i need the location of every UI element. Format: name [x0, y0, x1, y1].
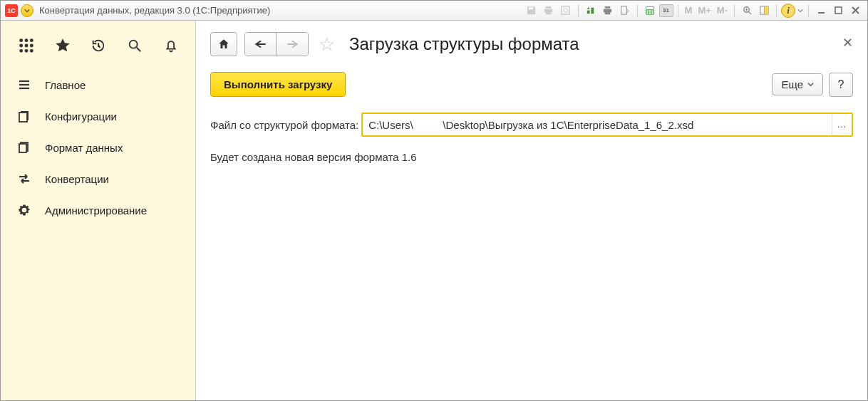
- browse-button[interactable]: ...: [832, 114, 852, 135]
- svg-rect-10: [651, 12, 653, 14]
- favorites-star-icon[interactable]: [53, 35, 73, 56]
- gear-icon: [16, 202, 32, 218]
- compare-icon[interactable]: [583, 3, 599, 19]
- home-button[interactable]: [210, 32, 237, 56]
- memory-mminus-button[interactable]: M-: [715, 3, 730, 19]
- nav-label: Главное: [45, 79, 86, 91]
- save-icon: [524, 3, 539, 19]
- svg-rect-19: [835, 7, 842, 14]
- svg-rect-39: [19, 144, 26, 152]
- memory-mplus-button[interactable]: M+: [696, 3, 713, 19]
- sidebar-top-icons: [1, 28, 195, 69]
- svg-point-28: [20, 49, 24, 53]
- nav-label: Конвертации: [45, 173, 109, 185]
- svg-point-26: [25, 44, 29, 48]
- close-button[interactable]: [847, 3, 863, 19]
- info-dropdown[interactable]: [797, 3, 804, 19]
- chevron-down-icon: [807, 81, 814, 88]
- calculator-icon[interactable]: [642, 3, 658, 19]
- file-input-wrapper: ...: [361, 113, 853, 137]
- separator: [808, 4, 809, 17]
- svg-rect-9: [649, 12, 651, 14]
- zoom-icon[interactable]: [739, 3, 755, 19]
- nav-item-main[interactable]: Главное: [1, 69, 195, 100]
- svg-point-29: [25, 49, 29, 53]
- preview-icon: [558, 3, 574, 19]
- separator: [776, 4, 777, 17]
- svg-rect-5: [646, 10, 648, 11]
- maximize-button[interactable]: [830, 3, 846, 19]
- window-title: Конвертация данных, редакция 3.0 (1С:Пре…: [39, 5, 270, 16]
- svg-rect-37: [19, 113, 27, 122]
- favorite-star-icon[interactable]: ☆: [319, 33, 335, 56]
- file-row: Файл со структурой формата: ...: [210, 113, 853, 137]
- status-text: Будет создана новая версия формата 1.6: [210, 151, 853, 163]
- separator: [678, 4, 678, 17]
- main-content: ✕ ☆ Загрузка структуры формата Выполнить…: [196, 21, 867, 400]
- copies-icon: [16, 140, 32, 155]
- help-button[interactable]: ?: [829, 73, 853, 97]
- nav-label: Формат данных: [45, 142, 123, 154]
- title-bar: 1C Конвертация данных, редакция 3.0 (1С:…: [1, 1, 867, 21]
- app-logo: 1C: [5, 4, 18, 17]
- list-icon: [16, 77, 32, 93]
- run-load-button[interactable]: Выполнить загрузку: [210, 72, 346, 97]
- nav-label: Конфигурации: [45, 110, 117, 123]
- svg-rect-0: [562, 6, 569, 14]
- svg-rect-7: [651, 10, 653, 11]
- action-row: Выполнить загрузку Еще ?: [210, 72, 853, 97]
- memory-m-button[interactable]: M: [683, 3, 695, 19]
- sidebar-nav: Главное Конфигурации Формат данных Конве…: [1, 69, 195, 226]
- svg-point-1: [564, 9, 568, 13]
- nav-item-conversions[interactable]: Конвертации: [1, 163, 195, 194]
- svg-line-12: [748, 11, 751, 14]
- separator: [734, 4, 735, 17]
- nav-item-administration[interactable]: Администрирование: [1, 194, 195, 226]
- svg-point-30: [30, 49, 33, 53]
- more-label: Еще: [781, 78, 803, 90]
- forward-button: [277, 33, 308, 56]
- svg-rect-4: [646, 7, 653, 9]
- nav-item-format[interactable]: Формат данных: [1, 132, 195, 163]
- file-field-label: Файл со структурой формата:: [210, 119, 358, 131]
- svg-point-23: [25, 38, 29, 42]
- chevron-down-icon: [24, 8, 30, 14]
- apps-grid-icon[interactable]: [16, 35, 37, 56]
- page-title: Загрузка структуры формата: [349, 34, 579, 54]
- swap-icon: [16, 171, 32, 187]
- svg-point-25: [20, 44, 24, 48]
- title-toolbar: 31 M M+ M- i: [524, 3, 863, 19]
- history-icon[interactable]: [88, 35, 109, 56]
- separator: [637, 4, 638, 17]
- svg-rect-8: [646, 12, 648, 14]
- svg-point-22: [20, 38, 24, 42]
- svg-point-31: [130, 41, 138, 48]
- nav-label: Администрирование: [45, 204, 147, 217]
- search-icon[interactable]: [125, 35, 145, 56]
- info-button[interactable]: i: [781, 4, 795, 18]
- system-menu-dropdown[interactable]: [21, 4, 33, 17]
- back-button[interactable]: [245, 33, 277, 56]
- print-icon: [541, 3, 557, 19]
- doc-nav-icon[interactable]: [617, 3, 633, 19]
- stack-icon: [16, 108, 32, 124]
- sidebar: Главное Конфигурации Формат данных Конве…: [1, 21, 196, 400]
- nav-item-configurations[interactable]: Конфигурации: [1, 100, 195, 132]
- more-menu-button[interactable]: Еще: [772, 73, 823, 95]
- notifications-bell-icon[interactable]: [160, 35, 181, 56]
- minimize-button[interactable]: [813, 3, 829, 19]
- calendar-icon[interactable]: 31: [659, 4, 673, 17]
- nav-back-forward: [244, 32, 309, 56]
- main-toolbar: ☆ Загрузка структуры формата: [210, 32, 853, 56]
- page-close-button[interactable]: ✕: [842, 35, 853, 51]
- file-path-input[interactable]: [363, 119, 832, 131]
- svg-point-24: [30, 38, 33, 42]
- print2-icon[interactable]: [600, 3, 616, 19]
- separator: [578, 4, 579, 17]
- layout-icon[interactable]: [756, 3, 772, 19]
- svg-rect-17: [764, 6, 768, 14]
- svg-rect-2: [621, 6, 627, 14]
- svg-point-27: [30, 44, 33, 48]
- svg-line-32: [137, 48, 141, 52]
- svg-rect-6: [649, 10, 651, 11]
